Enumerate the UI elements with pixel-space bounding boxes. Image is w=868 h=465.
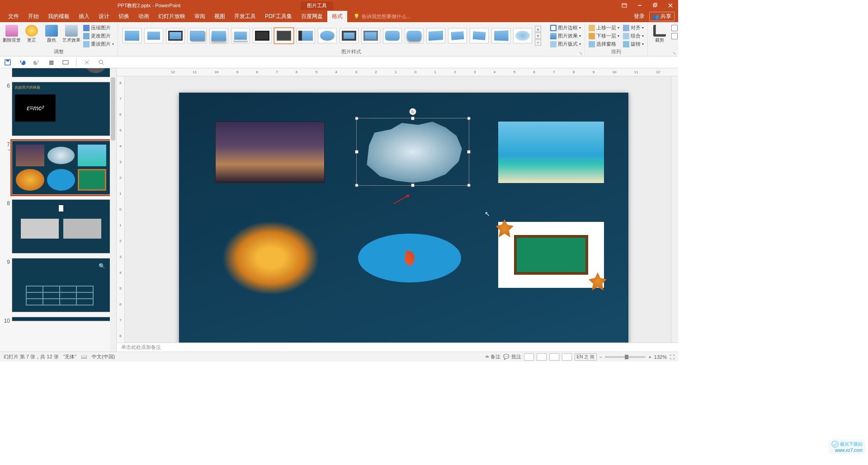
search-icon[interactable] [97, 58, 105, 66]
picture-effects-button[interactable]: 图片效果▾ [549, 32, 582, 40]
picture-beach[interactable] [498, 122, 604, 183]
tab-slideshow[interactable]: 幻灯片放映 [154, 11, 190, 22]
slide-stage[interactable]: ↻ [125, 76, 671, 343]
tell-me-search[interactable]: 💡 告诉我您想要做什么... [354, 13, 410, 20]
zoom-handle[interactable] [625, 355, 628, 359]
thumbnails-scrollbar[interactable] [110, 68, 116, 352]
zoom-level[interactable]: 132% [654, 354, 667, 360]
thumbnail-slide-6[interactable]: 6 此处照片的标题 ε=mc² [4, 82, 114, 136]
size-launcher-icon[interactable]: ⤡ [673, 51, 677, 56]
resize-handle[interactable] [467, 183, 471, 187]
picture-cityscape[interactable] [215, 122, 325, 183]
tab-view[interactable]: 视图 [210, 11, 230, 22]
corrections-button[interactable]: 更正 [23, 23, 41, 42]
status-language[interactable]: 中文(中国) [92, 353, 115, 360]
undo-icon[interactable] [18, 58, 26, 66]
resize-handle[interactable] [355, 150, 359, 154]
minimize-icon[interactable] [632, 0, 647, 11]
ime-indicator[interactable]: EN 之 简 [575, 353, 597, 361]
ribbon-options-icon[interactable] [617, 0, 632, 11]
style-thumb[interactable] [513, 28, 532, 43]
resize-handle[interactable] [411, 183, 415, 187]
reset-picture-button[interactable]: 重设图片▾ [82, 40, 115, 48]
picture-chalkboard[interactable] [498, 222, 604, 288]
tab-mytpl[interactable]: 我的模板 [43, 11, 74, 22]
tab-format[interactable]: 格式 [327, 11, 347, 22]
resize-handle[interactable] [467, 117, 471, 120]
gallery-down-icon[interactable]: ▾ [535, 33, 541, 39]
tab-review[interactable]: 审阅 [190, 11, 210, 22]
style-thumb[interactable] [318, 28, 337, 43]
thumbnail-slide-7[interactable]: 7* [4, 141, 114, 195]
slide-thumbnails-panel[interactable]: 6 此处照片的标题 ε=mc² 7* 8 9 [0, 68, 117, 352]
style-thumb[interactable] [448, 28, 467, 43]
style-thumb[interactable] [491, 28, 510, 43]
artistic-effects-button[interactable]: 艺术效果 [62, 23, 80, 42]
picture-styles-gallery[interactable]: ▴ ▾ ▿ [121, 23, 544, 48]
picture-oval-logo[interactable] [358, 234, 461, 282]
tab-design[interactable]: 设计 [94, 11, 114, 22]
style-thumb[interactable] [340, 28, 359, 43]
style-thumb[interactable] [209, 28, 228, 43]
tab-baidu[interactable]: 百度网盘 [297, 11, 327, 22]
gallery-more-icon[interactable]: ▿ [535, 39, 541, 46]
editor-scrollbar[interactable] [671, 76, 678, 343]
notes-pane[interactable]: 单击此处添加备注 [117, 343, 678, 352]
change-picture-button[interactable]: 更改图片 [82, 32, 115, 40]
picture-border-button[interactable]: 图片边框▾ [549, 24, 582, 32]
picture-mountain-selected[interactable]: ↻ [358, 120, 467, 184]
thumbnail-slide-8[interactable]: 8 [4, 199, 114, 254]
zoom-out-icon[interactable]: − [599, 354, 602, 360]
vertical-ruler[interactable]: 87654321012345678 [117, 76, 125, 343]
thumbnail-slide-9[interactable]: 9 🔍 [4, 258, 114, 312]
compress-pictures-button[interactable]: 压缩图片 [82, 24, 115, 32]
tab-anim[interactable]: 动画 [134, 11, 154, 22]
selection-pane-button[interactable]: 选择窗格 [588, 40, 620, 48]
style-thumb[interactable] [253, 28, 272, 43]
contextual-tab-label[interactable]: 图片工具 [301, 1, 333, 10]
tab-trans[interactable]: 切换 [114, 11, 134, 22]
thumbnail-slide-5[interactable] [4, 68, 114, 77]
scrollbar-handle[interactable] [111, 77, 115, 141]
style-thumb[interactable] [405, 28, 424, 43]
save-icon[interactable] [4, 58, 12, 66]
notes-button[interactable]: ≐ 备注 [485, 353, 500, 360]
qat-icon[interactable]: ▦ [47, 58, 55, 66]
resize-handle[interactable] [467, 150, 471, 154]
zoom-in-icon[interactable]: + [648, 354, 651, 360]
picture-leaf[interactable] [223, 222, 318, 294]
width-field[interactable]: 宽度:▴▾ [670, 32, 678, 40]
picture-layout-button[interactable]: 图片版式▾ [549, 40, 582, 48]
start-from-beginning-icon[interactable] [61, 58, 70, 66]
send-backward-button[interactable]: 下移一层▾ [588, 32, 620, 40]
restore-icon[interactable] [647, 0, 663, 11]
resize-handle[interactable] [355, 117, 359, 120]
style-thumb[interactable] [361, 28, 380, 43]
remove-background-button[interactable]: 删除背景 [3, 23, 21, 42]
bring-forward-button[interactable]: 上移一层▾ [588, 24, 620, 32]
login-link[interactable]: 登录 [634, 13, 645, 20]
redo-icon[interactable] [33, 58, 41, 66]
touch-mode-icon[interactable] [83, 58, 91, 66]
align-button[interactable]: 对齐▾ [622, 24, 645, 32]
sorter-view-icon[interactable] [537, 353, 547, 361]
zoom-slider[interactable] [605, 356, 646, 358]
slide-canvas[interactable]: ↻ [179, 93, 628, 343]
close-icon[interactable] [663, 0, 678, 11]
style-thumb[interactable] [166, 28, 185, 43]
tab-dev[interactable]: 开发工具 [230, 11, 260, 22]
resize-handle[interactable] [355, 183, 359, 187]
slideshow-view-icon[interactable] [562, 353, 572, 361]
crop-button[interactable]: 裁剪 [651, 23, 669, 42]
rotate-handle-icon[interactable]: ↻ [409, 108, 416, 115]
style-thumb[interactable] [383, 28, 402, 43]
spellcheck-icon[interactable]: 📖 [81, 354, 87, 360]
rotate-button[interactable]: 旋转▾ [622, 40, 645, 48]
thumbnail-slide-10[interactable]: 10 [4, 317, 114, 324]
tab-insert[interactable]: 插入 [74, 11, 94, 22]
style-thumb[interactable] [188, 28, 207, 43]
fit-to-window-icon[interactable]: ⛶ [670, 354, 675, 360]
color-button[interactable]: 颜色 [42, 23, 61, 42]
resize-handle[interactable] [411, 117, 415, 120]
style-thumb[interactable] [231, 28, 250, 43]
